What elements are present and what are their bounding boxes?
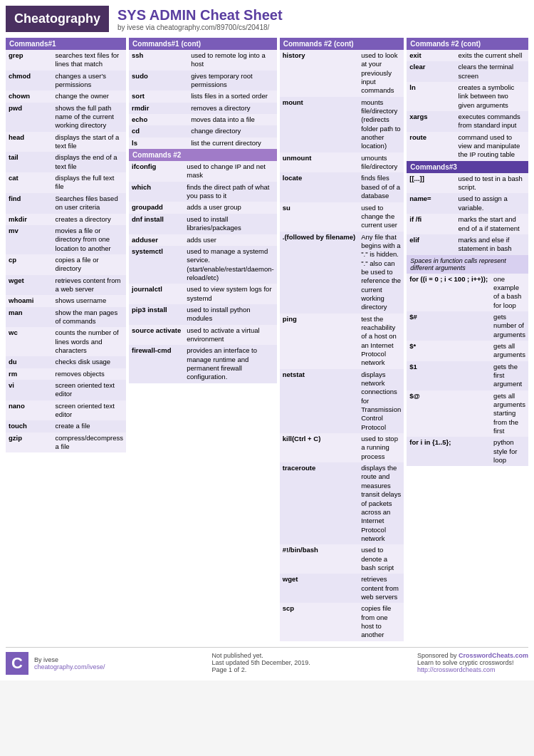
cmd-name: $@: [407, 390, 491, 437]
table-row: clearclears the terminal screen: [407, 61, 528, 82]
cmd-name: journalctl: [129, 284, 184, 304]
cmd-name: exit: [407, 50, 455, 61]
cmd-name: pip3 install: [129, 304, 184, 325]
subtitle: by ivese via cheatography.com/89700/cs/2…: [117, 24, 283, 31]
cmd-desc: displays network connections for Transmi…: [358, 369, 404, 433]
cmd-desc: searches text files for lines that match: [52, 50, 126, 71]
cmd-name: route: [407, 132, 455, 161]
footer-c-logo: C: [6, 652, 28, 675]
table-row: .(followed by filename)Any file that beg…: [280, 232, 404, 314]
cmd-desc: gets all arguments starting from the fir…: [491, 390, 528, 437]
footer-page: Page 1 of 2.: [212, 666, 310, 673]
page-title: SYS ADMIN Cheat Sheet: [117, 7, 283, 24]
col4-table3: for ((i = 0 ; i < 100 ; i++));one exampl…: [407, 274, 528, 467]
cmd-name: sudo: [129, 71, 188, 91]
cmd-desc: provides an interface to manage runtime …: [184, 345, 277, 383]
cmd-name: adduser: [129, 234, 184, 246]
cmd-name: systemctl: [129, 246, 184, 284]
title-block: SYS ADMIN Cheat Sheet by ivese via cheat…: [117, 7, 283, 31]
table-row: chmodchanges a user's permissions: [6, 71, 126, 91]
cmd-desc: adds a user group: [184, 202, 277, 213]
cmd-name: scp: [280, 603, 358, 641]
cmd-desc: removes a directory: [188, 103, 277, 114]
column-4: Commands #2 (cont) exitexits the current…: [407, 38, 528, 641]
table-row: gzipcompress/decompress a file: [6, 433, 126, 453]
footer-right: Sponsored by CrosswordCheats.com Learn t…: [417, 652, 528, 673]
cmd-name: ln: [407, 82, 455, 111]
table-row: $#gets number of arguments: [407, 311, 528, 341]
table-row: exitexits the current shell: [407, 50, 528, 61]
table-row: name=used to assign a variable.: [407, 193, 528, 214]
footer-updated: Last updated 5th December, 2019.: [212, 659, 310, 666]
footer-published: Not published yet.: [212, 652, 310, 659]
cmd-name: ssh: [129, 50, 188, 71]
table-row: viscreen oriented text editor: [6, 380, 126, 400]
cmd-desc: screen oriented text editor: [52, 380, 126, 400]
table-row: manshow the man pages of commands: [6, 307, 126, 328]
table-row: #!/bin/bashused to denote a bash script: [280, 544, 404, 574]
cmd-desc: gets number of arguments: [491, 311, 528, 341]
cmd-desc: creates a directory: [52, 214, 126, 225]
cmd-name: netstat: [280, 369, 358, 433]
cmd-desc: checks disk usage: [52, 356, 126, 368]
table-row: for ((i = 0 ; i < 100 ; i++));one exampl…: [407, 274, 528, 311]
cmd-desc: used to install python modules: [184, 304, 277, 325]
footer-by: By ivese: [34, 656, 105, 663]
cmd-desc: used to stop a running process: [358, 433, 404, 462]
cmd-name: [[...]]: [407, 173, 455, 194]
cmd-desc: used to activate a virtual environment: [184, 325, 277, 346]
table-row: catdisplays the full text file: [6, 172, 126, 193]
table-row: lncreates a symbolic link between two gi…: [407, 82, 528, 111]
cmd-name: history: [280, 50, 358, 97]
col2-header2: Commands #2: [129, 149, 277, 161]
cmd-desc: screen oriented text editor: [52, 400, 126, 421]
column-1: Commands#1 grepsearches text files for l…: [6, 38, 126, 641]
cmd-name: which: [129, 182, 184, 202]
column-2: Commands#1 (cont) sshused to remote log …: [129, 38, 277, 641]
cmd-name: echo: [129, 114, 188, 125]
table-row: headdisplays the start of a text file: [6, 132, 126, 152]
table-row: grepsearches text files for lines that m…: [6, 50, 126, 71]
cmd-name: xargs: [407, 111, 455, 132]
table-row: if /fimarks the start and end of a if st…: [407, 214, 528, 234]
cmd-name: for ((i = 0 ; i < 100 ; i++));: [407, 274, 491, 311]
cmd-desc: compress/decompress a file: [52, 433, 126, 453]
cmd-name: ifconfig: [129, 161, 184, 182]
cmd-name: cd: [129, 125, 188, 137]
cmd-name: vi: [6, 380, 52, 400]
table-row: cdchange directory: [129, 125, 277, 137]
table-row: lslist the current directory: [129, 138, 277, 149]
cmd-name: wget: [280, 574, 358, 603]
table-row: suused to change the current user: [280, 202, 404, 232]
sponsor-name: CrosswordCheats.com: [459, 652, 528, 659]
cmd-desc: displays the start of a text file: [52, 132, 126, 152]
cmd-name: wget: [6, 275, 52, 296]
table-row: taildisplays the end of a text file: [6, 152, 126, 172]
cmd-name: wc: [6, 327, 52, 356]
table-row: scpcopies file from one host to another: [280, 603, 404, 641]
table-row: chownchange the owner: [6, 90, 126, 102]
cmd-desc: shows username: [52, 295, 126, 306]
cmd-desc: clears the terminal screen: [456, 61, 528, 82]
table-row: findSearches files based on user criteri…: [6, 193, 126, 214]
cmd-desc: used to view system logs for systemd: [184, 284, 277, 304]
table-row: pip3 installused to install python modul…: [129, 304, 277, 325]
cmd-desc: gets all arguments: [491, 341, 528, 361]
cmd-name: cat: [6, 172, 52, 193]
footer-author-link[interactable]: cheatography.com/ivese/: [34, 663, 105, 670]
table-row: locatefinds files based of of a database: [280, 172, 404, 202]
table-row: xargsexecutes commands from standard inp…: [407, 111, 528, 132]
cmd-name: chown: [6, 90, 52, 102]
cmd-name: mount: [280, 97, 358, 152]
cmd-desc: copies a file or directory: [52, 254, 126, 275]
table-row: groupaddadds a user group: [129, 202, 277, 213]
cmd-desc: Any file that begins with a "." is hidde…: [358, 232, 404, 314]
cmd-name: traceroute: [280, 462, 358, 544]
table-row: historyused to look at your previously i…: [280, 50, 404, 97]
footer-sponsor-url[interactable]: http://crosswordcheats.com: [417, 666, 496, 673]
table-row: dnf installused to install libraries/pac…: [129, 214, 277, 234]
col1-table: grepsearches text files for lines that m…: [6, 50, 126, 452]
cmd-desc: gives temporary root permissions: [188, 71, 277, 91]
cmd-name: unmount: [280, 152, 358, 173]
footer-left: C By ivese cheatography.com/ivese/: [6, 652, 105, 675]
